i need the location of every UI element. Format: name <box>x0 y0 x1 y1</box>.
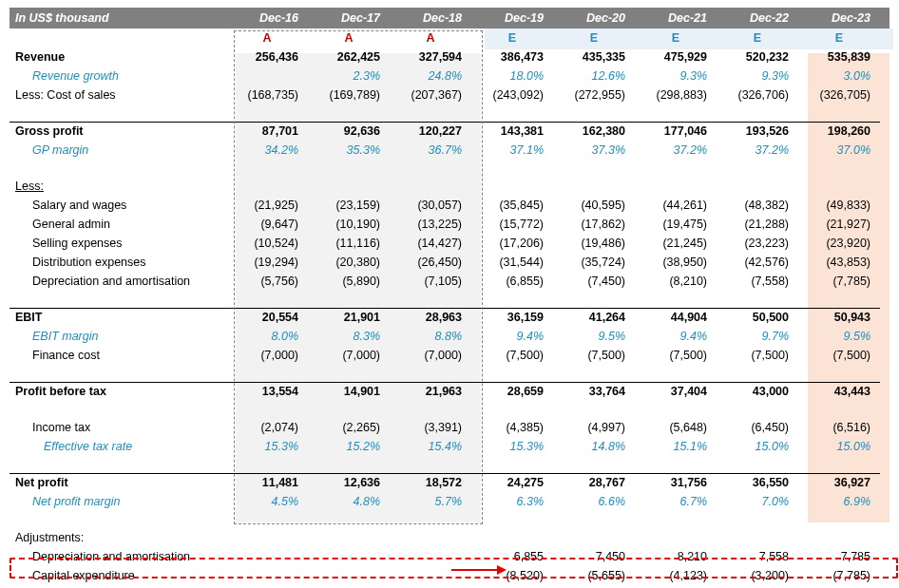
cell: 28,963 <box>390 311 471 324</box>
row-label: Salary and wages <box>10 199 226 212</box>
cell: 28,767 <box>553 476 635 489</box>
blank-row <box>10 365 889 382</box>
table-row: Revenue growth2.3%24.8%18.0%12.6%9.3%9.3… <box>10 66 889 85</box>
cell: (3,391) <box>390 421 471 434</box>
col-head: Dec-16 <box>226 11 308 25</box>
cell: (6,855) <box>471 275 553 288</box>
cell: 15.1% <box>635 440 717 453</box>
cell: 31,756 <box>635 476 717 489</box>
cell: (23,159) <box>308 199 390 212</box>
cell: (5,648) <box>635 421 717 434</box>
cell: 9.5% <box>798 330 880 343</box>
row-label: Adjustments: <box>10 531 226 544</box>
period-type: A <box>308 31 390 45</box>
cell: 13,554 <box>226 385 308 398</box>
cell: 15.2% <box>308 440 390 453</box>
cell: (8,520) <box>471 569 553 582</box>
cell: 9.3% <box>635 69 717 83</box>
cell: 6.6% <box>553 495 635 508</box>
cell: (17,206) <box>471 237 553 250</box>
cell: 435,335 <box>553 50 635 64</box>
cell: 9.5% <box>553 330 635 343</box>
cell: (7,000) <box>226 349 308 362</box>
cell: 15.3% <box>226 440 308 453</box>
cell: 50,500 <box>717 311 798 324</box>
cell: 37.0% <box>798 143 880 157</box>
cell: 9.4% <box>635 330 717 343</box>
cell: 15.4% <box>390 440 471 453</box>
cell: (298,883) <box>635 88 717 102</box>
cell: (38,950) <box>635 256 717 269</box>
cell: (2,265) <box>308 421 390 434</box>
cell: 9.4% <box>471 330 553 343</box>
cell: (4,997) <box>553 421 635 434</box>
col-head: Dec-23 <box>798 11 880 25</box>
cell: 50,943 <box>798 311 880 324</box>
row-label: Net profit margin <box>10 495 226 508</box>
row-label: Net profit <box>10 476 226 489</box>
blank-row <box>10 456 889 473</box>
table-row: Selling expenses(10,524)(11,116)(14,427)… <box>10 234 889 253</box>
cell: 475,929 <box>635 50 717 64</box>
cell: 92,636 <box>308 124 390 138</box>
cell: (21,925) <box>226 199 308 212</box>
period-type-row: A A A E E E E E <box>10 28 889 47</box>
col-head: Dec-20 <box>553 11 635 25</box>
cell: 18.0% <box>471 69 553 83</box>
row-label: Less: <box>10 180 226 193</box>
cell: (23,920) <box>798 237 880 250</box>
cell: 36.7% <box>390 143 471 157</box>
period-type: A <box>390 31 471 45</box>
cell: 14,901 <box>308 385 390 398</box>
cell: 386,473 <box>471 50 553 64</box>
period-type: E <box>553 31 635 45</box>
cell: 193,526 <box>717 124 798 138</box>
cell: 33,764 <box>553 385 635 398</box>
cell: (7,105) <box>390 275 471 288</box>
cell: 143,381 <box>471 124 553 138</box>
cell: 327,594 <box>390 50 471 64</box>
cell: 5.7% <box>390 495 471 508</box>
cell: 37.2% <box>635 143 717 157</box>
period-type: E <box>717 31 798 45</box>
row-label: Income tax <box>10 421 226 434</box>
cell: 37.3% <box>553 143 635 157</box>
cell: 21,963 <box>390 385 471 398</box>
row-label: Gross profit <box>10 124 226 138</box>
cell: (7,785) <box>798 569 880 582</box>
table-header-row: In US$ thousand Dec-16 Dec-17 Dec-18 Dec… <box>10 8 889 28</box>
cell: 37,404 <box>635 385 717 398</box>
cell: (7,500) <box>798 349 880 362</box>
cell: 535,839 <box>798 50 880 64</box>
cell: 20,554 <box>226 311 308 324</box>
cell: (21,288) <box>717 218 798 231</box>
period-type: E <box>798 31 880 45</box>
cell: 36,159 <box>471 311 553 324</box>
cell: (6,516) <box>798 421 880 434</box>
cell: (14,427) <box>390 237 471 250</box>
table-row: Income tax(2,074)(2,265)(3,391)(4,385)(4… <box>10 418 889 437</box>
col-head: Dec-21 <box>635 11 717 25</box>
cell: 162,380 <box>553 124 635 138</box>
cell: 7,558 <box>717 550 798 563</box>
table-row: Adjustments: <box>10 528 889 547</box>
cell: (9,647) <box>226 218 308 231</box>
cell: 3.0% <box>798 69 880 83</box>
cell: 44,904 <box>635 311 717 324</box>
cell: (5,890) <box>308 275 390 288</box>
table-row: Distribution expenses(19,294)(20,380)(26… <box>10 253 889 272</box>
cell: (13,225) <box>390 218 471 231</box>
cell: (19,486) <box>553 237 635 250</box>
cell: 24,275 <box>471 476 553 489</box>
cell: (326,706) <box>717 88 798 102</box>
cell: 7.0% <box>717 495 798 508</box>
cell: (42,576) <box>717 256 798 269</box>
cell: (8,210) <box>635 275 717 288</box>
cell: 9.3% <box>717 69 798 83</box>
cell: 198,260 <box>798 124 880 138</box>
row-label: Finance cost <box>10 349 226 362</box>
cell: (4,123) <box>635 569 717 582</box>
cell: 24.8% <box>390 69 471 83</box>
col-head: Dec-18 <box>390 11 471 25</box>
cell: (207,367) <box>390 88 471 102</box>
